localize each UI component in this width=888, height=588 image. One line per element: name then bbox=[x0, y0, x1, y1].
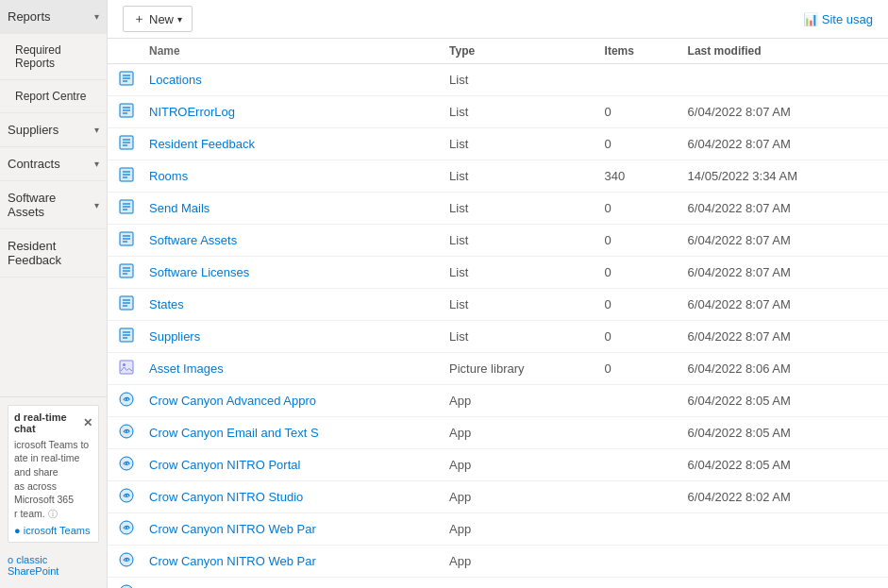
content-table: Name Type Items Last modified Locations … bbox=[108, 39, 888, 588]
table-row[interactable]: NITROErrorLog List 0 6/04/2022 8:07 AM bbox=[108, 96, 888, 128]
table-row[interactable]: Crow Canyon NITRO Workflov App 6/04/2022… bbox=[108, 578, 888, 589]
row-type: List bbox=[438, 257, 594, 289]
row-icon bbox=[108, 289, 138, 321]
row-items: 340 bbox=[594, 160, 677, 193]
row-name[interactable]: Suppliers bbox=[138, 321, 438, 353]
sidebar-item-reports[interactable]: Reports ▾ bbox=[0, 0, 107, 34]
row-items: 0 bbox=[594, 289, 677, 321]
table-row[interactable]: Crow Canyon NITRO Studio App 6/04/2022 8… bbox=[108, 481, 888, 513]
sidebar-item-label: Reports bbox=[8, 9, 51, 24]
row-name[interactable]: Crow Canyon Advanced Appro bbox=[138, 385, 438, 417]
row-name[interactable]: Crow Canyon NITRO Portal bbox=[138, 449, 438, 481]
row-icon bbox=[108, 128, 138, 160]
row-type: App bbox=[438, 513, 594, 546]
row-name[interactable]: Crow Canyon NITRO Studio bbox=[138, 481, 438, 513]
row-items: 0 bbox=[594, 96, 677, 128]
row-modified: 6/04/2022 8:07 AM bbox=[677, 96, 888, 128]
table-row[interactable]: Crow Canyon Advanced Appro App 6/04/2022… bbox=[108, 385, 888, 417]
row-icon bbox=[108, 96, 138, 128]
table-row[interactable]: Crow Canyon NITRO Web Par App bbox=[108, 513, 888, 546]
table-row[interactable]: Asset Images Picture library 0 6/04/2022… bbox=[108, 353, 888, 385]
site-usage-link[interactable]: 📊 Site usag bbox=[803, 12, 873, 26]
classic-sharepoint-link[interactable]: o classic SharePoint bbox=[8, 550, 99, 580]
row-name[interactable]: Rooms bbox=[138, 160, 438, 193]
table-row[interactable]: Locations List bbox=[108, 64, 888, 96]
row-type: List bbox=[438, 225, 594, 257]
close-icon[interactable]: ✕ bbox=[83, 416, 92, 429]
table-row[interactable]: States List 0 6/04/2022 8:07 AM bbox=[108, 289, 888, 321]
row-type: List bbox=[438, 128, 594, 160]
sidebar-item-required-reports[interactable]: Required Reports bbox=[0, 34, 107, 80]
sidebar-item-contracts[interactable]: Contracts ▾ bbox=[0, 147, 107, 181]
dropdown-icon: ▾ bbox=[177, 14, 182, 25]
row-name[interactable]: Asset Images bbox=[138, 353, 438, 385]
row-modified: 6/04/2022 8:07 AM bbox=[677, 193, 888, 225]
row-modified: 14/05/2022 3:34 AM bbox=[677, 160, 888, 193]
row-name[interactable]: Software Assets bbox=[138, 225, 438, 257]
svg-point-65 bbox=[126, 559, 127, 561]
row-icon bbox=[108, 257, 138, 289]
row-name[interactable]: Locations bbox=[138, 64, 438, 96]
row-items: 0 bbox=[594, 128, 677, 160]
col-type: Type bbox=[438, 39, 594, 64]
teams-link[interactable]: ● icrosoft Teams bbox=[14, 525, 92, 536]
table-row[interactable]: Crow Canyon Email and Text S App 6/04/20… bbox=[108, 417, 888, 449]
sidebar-item-resident-feedback[interactable]: Resident Feedback bbox=[0, 229, 107, 277]
new-button[interactable]: ＋ New ▾ bbox=[123, 6, 193, 32]
row-icon bbox=[108, 321, 138, 353]
row-modified: 6/04/2022 8:07 AM bbox=[677, 321, 888, 353]
row-modified: 6/04/2022 8:05 AM bbox=[677, 417, 888, 449]
row-type: List bbox=[438, 160, 594, 193]
row-type: List bbox=[438, 193, 594, 225]
sidebar-item-label: Software Assets bbox=[8, 191, 94, 219]
row-name[interactable]: Crow Canyon Email and Text S bbox=[138, 417, 438, 449]
chevron-icon: ▾ bbox=[94, 200, 99, 210]
row-type: App bbox=[438, 385, 594, 417]
row-type: App bbox=[438, 578, 594, 589]
row-name[interactable]: NITROErrorLog bbox=[138, 96, 438, 128]
row-type: App bbox=[438, 546, 594, 578]
table-row[interactable]: Software Assets List 0 6/04/2022 8:07 AM bbox=[108, 225, 888, 257]
site-usage-label: Site usag bbox=[822, 12, 873, 26]
table-row[interactable]: Software Licenses List 0 6/04/2022 8:07 … bbox=[108, 257, 888, 289]
sidebar: Reports ▾ Required Reports Report Centre… bbox=[0, 0, 108, 588]
sidebar-item-suppliers[interactable]: Suppliers ▾ bbox=[0, 113, 107, 147]
row-items bbox=[594, 64, 677, 96]
table-row[interactable]: Rooms List 340 14/05/2022 3:34 AM bbox=[108, 160, 888, 193]
row-modified: 6/04/2022 8:02 AM bbox=[677, 481, 888, 513]
row-type: App bbox=[438, 417, 594, 449]
row-name[interactable]: Resident Feedback bbox=[138, 128, 438, 160]
row-name[interactable]: Crow Canyon NITRO Web Par bbox=[138, 546, 438, 578]
row-modified bbox=[677, 513, 888, 546]
row-type: List bbox=[438, 321, 594, 353]
row-items bbox=[594, 513, 677, 546]
row-name[interactable]: Software Licenses bbox=[138, 257, 438, 289]
svg-point-53 bbox=[126, 430, 127, 432]
row-name[interactable]: Crow Canyon NITRO Web Par bbox=[138, 513, 438, 546]
row-icon bbox=[108, 193, 138, 225]
col-icon bbox=[108, 39, 138, 64]
table-row[interactable]: Crow Canyon NITRO Portal App 6/04/2022 8… bbox=[108, 449, 888, 481]
row-items bbox=[594, 417, 677, 449]
sidebar-item-report-centre[interactable]: Report Centre bbox=[0, 80, 107, 113]
chat-panel-body: icrosoft Teams to ate in real-time and s… bbox=[14, 438, 92, 521]
topbar: ＋ New ▾ 📊 Site usag bbox=[108, 0, 888, 39]
row-modified: 6/04/2022 8:07 AM bbox=[677, 289, 888, 321]
table-row[interactable]: Resident Feedback List 0 6/04/2022 8:07 … bbox=[108, 128, 888, 160]
row-icon bbox=[108, 225, 138, 257]
plus-icon: ＋ bbox=[133, 10, 145, 27]
row-name[interactable]: Crow Canyon NITRO Workflov bbox=[138, 578, 438, 589]
row-name[interactable]: Send Mails bbox=[138, 193, 438, 225]
row-items: 0 bbox=[594, 353, 677, 385]
row-items bbox=[594, 546, 677, 578]
new-button-label: New bbox=[149, 12, 174, 26]
row-type: App bbox=[438, 449, 594, 481]
table-row[interactable]: Crow Canyon NITRO Web Par App bbox=[108, 546, 888, 578]
chevron-icon: ▾ bbox=[94, 159, 99, 169]
row-modified: 6/04/2022 8:05 AM bbox=[677, 449, 888, 481]
row-name[interactable]: States bbox=[138, 289, 438, 321]
table-row[interactable]: Send Mails List 0 6/04/2022 8:07 AM bbox=[108, 193, 888, 225]
table-row[interactable]: Suppliers List 0 6/04/2022 8:07 AM bbox=[108, 321, 888, 353]
sidebar-item-software-assets[interactable]: Software Assets ▾ bbox=[0, 181, 107, 229]
chat-panel-header: d real-time chat ✕ bbox=[14, 412, 92, 434]
